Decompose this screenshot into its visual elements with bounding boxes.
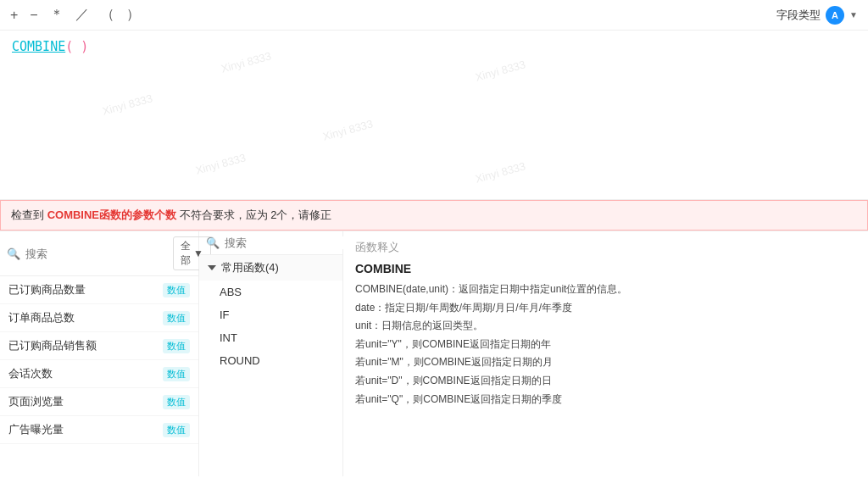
field-type-badge[interactable]: A (826, 6, 844, 25)
help-desc: COMBINE(date,unit)：返回指定日期中指定unit位置的信息。da… (355, 281, 856, 409)
field-item-type: 数值 (163, 423, 190, 437)
formula-content: COMBINE( ) (12, 39, 856, 54)
help-desc-line: 若unit="Y"，则COMBINE返回指定日期的年 (355, 336, 856, 354)
watermark-4: Xinyi 8333 (194, 151, 248, 176)
field-item[interactable]: 订单商品总数数值 (0, 304, 198, 332)
error-highlight: COMBINE函数的参数个数 (47, 208, 176, 221)
field-item[interactable]: 广告曝光量数值 (0, 416, 198, 444)
op-multiply[interactable]: ＊ (50, 6, 64, 24)
help-desc-line: 若unit="Q"，则COMBINE返回指定日期的季度 (355, 391, 856, 409)
op-divide[interactable]: ／ (75, 6, 89, 24)
op-close-paren[interactable]: ） (126, 6, 140, 24)
help-title: 函数释义 (355, 240, 856, 255)
func-list: 常用函数(4)ABSIFINTROUND (199, 255, 342, 476)
op-minus[interactable]: − (30, 8, 37, 23)
help-func-name: COMBINE (355, 262, 856, 275)
field-list: 已订购商品数量数值订单商品总数数值已订购商品销售额数值会话次数数值页面浏览量数值… (0, 276, 198, 476)
chevron-down-icon[interactable]: ▼ (849, 10, 858, 19)
func-item[interactable]: ABS (199, 281, 342, 303)
op-plus[interactable]: + (10, 8, 18, 23)
func-item[interactable]: INT (199, 326, 342, 349)
func-group-header[interactable]: 常用函数(4) (199, 255, 342, 281)
functions-panel: 🔍 常用函数(4)ABSIFINTROUND (199, 231, 343, 476)
formula-combine: COMBINE (12, 39, 65, 54)
func-search-bar: 🔍 (199, 231, 342, 255)
fields-search-bar: 🔍 全部 ▼ (0, 231, 198, 276)
error-suffix: 不符合要求，应为 2个，请修正 (176, 208, 331, 221)
field-item-name: 已订购商品数量 (8, 282, 86, 297)
field-item-name: 页面浏览量 (8, 394, 64, 409)
field-item-type: 数值 (163, 311, 190, 325)
field-item-name: 广告曝光量 (8, 422, 64, 437)
field-item-name: 已订购商品销售额 (8, 338, 97, 353)
help-desc-line: 若unit="D"，则COMBINE返回指定日期的日 (355, 372, 856, 391)
error-banner: 检查到 COMBINE函数的参数个数 不符合要求，应为 2个，请修正 (0, 200, 868, 231)
watermark-5: Xinyi 8333 (474, 58, 527, 83)
func-group-name: 常用函数(4) (221, 260, 279, 275)
field-item-name: 订单商品总数 (8, 310, 75, 325)
field-item[interactable]: 页面浏览量数值 (0, 388, 198, 416)
field-item[interactable]: 已订购商品销售额数值 (0, 332, 198, 360)
field-item-type: 数值 (163, 367, 190, 381)
bottom-panel: 🔍 全部 ▼ 已订购商品数量数值订单商品总数数值已订购商品销售额数值会话次数数值… (0, 231, 868, 476)
watermark-3: Xinyi 8333 (321, 117, 375, 142)
watermark-2: Xinyi 8333 (101, 92, 154, 117)
help-desc-line: date：指定日期/年周数/年周期/月日/年月/年季度 (355, 299, 856, 318)
field-type-area: 字段类型 A ▼ (776, 6, 858, 25)
help-panel: 函数释义 COMBINE COMBINE(date,unit)：返回指定日期中指… (343, 231, 868, 476)
field-item-type: 数值 (163, 395, 190, 409)
field-item[interactable]: 会话次数数值 (0, 360, 198, 388)
fields-search-icon: 🔍 (7, 247, 20, 260)
fields-search-input[interactable] (25, 247, 168, 260)
toolbar: + − ＊ ／ （ ） 字段类型 A ▼ (0, 0, 868, 31)
field-item-name: 会话次数 (8, 366, 53, 381)
watermark-6: Xinyi 8333 (474, 159, 527, 185)
func-search-icon: 🔍 (206, 236, 220, 249)
help-desc-line: 若unit="M"，则COMBINE返回指定日期的月 (355, 353, 856, 372)
fields-panel: 🔍 全部 ▼ 已订购商品数量数值订单商品总数数值已订购商品销售额数值会话次数数值… (0, 231, 199, 476)
func-item[interactable]: IF (199, 303, 342, 326)
formula-editor[interactable]: COMBINE( ) Xinyi 8333 Xinyi 8333 Xinyi 8… (0, 31, 868, 200)
formula-parens: ( ) (65, 39, 88, 54)
error-prefix: 检查到 (11, 208, 47, 221)
help-desc-line: unit：日期信息的返回类型。 (355, 317, 856, 336)
func-group-arrow (208, 265, 216, 270)
field-type-label: 字段类型 (776, 8, 821, 23)
op-open-paren[interactable]: （ (101, 6, 114, 24)
fields-filter-label: 全部 (181, 239, 191, 268)
field-item-type: 数值 (163, 339, 190, 353)
help-desc-line: COMBINE(date,unit)：返回指定日期中指定unit位置的信息。 (355, 281, 856, 299)
func-item[interactable]: ROUND (199, 349, 342, 372)
field-item[interactable]: 已订购商品数量数值 (0, 276, 198, 304)
field-item-type: 数值 (163, 283, 190, 297)
